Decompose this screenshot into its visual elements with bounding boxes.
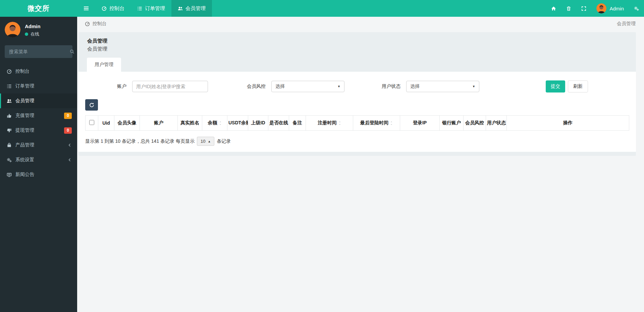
column-header-用户状态: 用户状态 bbox=[486, 116, 507, 131]
trash-icon bbox=[566, 6, 571, 11]
summary-prefix: 显示第 1 到第 10 条记录，总共 141 条记录 每页显示 bbox=[85, 138, 195, 144]
top-nav-item-订单管理[interactable]: 订单管理 bbox=[131, 0, 171, 17]
top-nav-item-控制台[interactable]: 控制台 bbox=[95, 0, 131, 17]
chevron-left-icon bbox=[68, 143, 72, 147]
column-header-label: 最后登陆时间 bbox=[360, 120, 388, 126]
online-status-label: 在线 bbox=[31, 31, 39, 37]
search-icon[interactable] bbox=[70, 49, 74, 54]
top-nav-item-label: 控制台 bbox=[109, 5, 124, 12]
sidebar-item-会员管理[interactable]: 会员管理 bbox=[0, 93, 77, 108]
column-header-银行账户: 银行账户 bbox=[440, 116, 464, 131]
users-icon bbox=[7, 99, 12, 104]
top-nav-item-会员管理[interactable]: 会员管理 bbox=[171, 0, 212, 17]
account-label: 账户 bbox=[117, 83, 126, 89]
sidebar: Admin 在线 控制台订单管理会员管理充值管理0提现管理0产品管理系统设置新闻… bbox=[0, 17, 77, 312]
table-toolbar bbox=[85, 99, 629, 111]
app-root: 微交所 控制台订单管理会员管理 Admin Admin 在线 控制台订单管理会员… bbox=[0, 0, 644, 312]
chevron-left-icon bbox=[68, 158, 72, 162]
sidebar-item-充值管理[interactable]: 充值管理0 bbox=[0, 108, 77, 123]
risk-select[interactable]: 选择 ▼ bbox=[271, 81, 344, 92]
sidebar-item-订单管理[interactable]: 订单管理 bbox=[0, 79, 77, 93]
column-header-账户: 账户 bbox=[140, 116, 178, 131]
gauge-icon bbox=[7, 69, 12, 74]
panel-head: 会员管理 会员管理 bbox=[78, 38, 636, 58]
column-header-会员头像: 会员头像 bbox=[114, 116, 140, 131]
submit-button[interactable]: 提交 bbox=[546, 80, 565, 92]
top-navbar: 微交所 控制台订单管理会员管理 Admin bbox=[0, 0, 644, 17]
column-header-余额[interactable]: 余额 bbox=[202, 116, 227, 131]
gears-icon bbox=[634, 6, 639, 11]
sidebar-search bbox=[5, 45, 72, 58]
filter-risk-group: 会员风控 选择 ▼ bbox=[247, 81, 344, 92]
top-nav-items: 控制台订单管理会员管理 bbox=[95, 0, 212, 17]
column-header-注册时间[interactable]: 注册时间 bbox=[306, 116, 353, 131]
sidebar-item-label: 订单管理 bbox=[15, 83, 34, 89]
navbar-settings-button[interactable] bbox=[629, 0, 644, 17]
sidebar-item-badge: 0 bbox=[64, 113, 72, 119]
list-icon bbox=[137, 6, 142, 11]
chevron-down-icon: ▼ bbox=[337, 85, 340, 88]
column-header-label: 余额 bbox=[208, 120, 217, 126]
select-all-checkbox[interactable] bbox=[89, 120, 94, 125]
sidebar-item-系统设置[interactable]: 系统设置 bbox=[0, 152, 77, 167]
sortable-header[interactable]: 余额 bbox=[208, 120, 222, 126]
summary-suffix: 条记录 bbox=[217, 138, 231, 144]
sidebar-item-控制台[interactable]: 控制台 bbox=[0, 64, 77, 79]
sidebar-item-产品管理[interactable]: 产品管理 bbox=[0, 138, 77, 152]
sidebar-item-新闻公告[interactable]: 新闻公告 bbox=[0, 167, 77, 182]
column-header-USDT余额: USDT余额 bbox=[227, 116, 248, 131]
column-header-最后登陆时间[interactable]: 最后登陆时间 bbox=[353, 116, 400, 131]
status-select-value: 选择 bbox=[410, 83, 420, 89]
top-nav-item-label: 会员管理 bbox=[185, 5, 206, 12]
filter-buttons: 提交 刷新 bbox=[546, 80, 588, 92]
user-status: 在线 bbox=[25, 31, 41, 37]
column-header-操作: 操作 bbox=[507, 116, 629, 131]
sidebar-item-提现管理[interactable]: 提现管理0 bbox=[0, 123, 77, 138]
chevron-down-icon: ▼ bbox=[472, 85, 475, 88]
chevron-up-icon: ▲ bbox=[208, 140, 211, 143]
sidebar-toggle-button[interactable] bbox=[77, 0, 95, 17]
status-select[interactable]: 选择 ▼ bbox=[406, 81, 479, 92]
navbar-user-label: Admin bbox=[609, 6, 624, 11]
column-header-Uid: Uid bbox=[98, 116, 114, 131]
search-input[interactable] bbox=[9, 49, 70, 54]
navbar-user-menu[interactable]: Admin bbox=[591, 0, 629, 17]
sort-icon bbox=[390, 121, 393, 126]
refresh-button[interactable]: 刷新 bbox=[568, 80, 588, 92]
member-management-panel: 会员管理 会员管理 用户管理 账户 会员风控 选择 ▼ bbox=[78, 32, 636, 156]
thumbup-icon bbox=[7, 113, 12, 118]
expand-icon bbox=[581, 6, 586, 11]
page-title: 会员管理 bbox=[87, 38, 627, 44]
online-status-dot bbox=[25, 33, 28, 36]
column-header-真实姓名: 真实姓名 bbox=[178, 116, 202, 131]
sortable-header[interactable]: 最后登陆时间 bbox=[360, 120, 393, 126]
hamburger-icon bbox=[84, 6, 89, 11]
reload-table-button[interactable] bbox=[85, 99, 98, 111]
home-button[interactable] bbox=[546, 0, 561, 17]
brand-logo[interactable]: 微交所 bbox=[0, 0, 77, 17]
bag-icon bbox=[7, 143, 12, 148]
risk-label: 会员风控 bbox=[247, 83, 266, 89]
page-size-select[interactable]: 10 ▲ bbox=[197, 137, 214, 146]
tab-user-management[interactable]: 用户管理 bbox=[87, 58, 121, 72]
content-area: 控制台 会员管理 会员管理 会员管理 用户管理 账户 会员风控 bbox=[77, 17, 644, 312]
tab-bar: 用户管理 bbox=[78, 58, 636, 72]
breadcrumb-home[interactable]: 控制台 bbox=[85, 21, 107, 27]
breadcrumb: 控制台 会员管理 bbox=[77, 17, 644, 31]
filter-form: 账户 会员风控 选择 ▼ 用户状态 选择 ▼ bbox=[85, 80, 629, 92]
avatar bbox=[596, 3, 606, 13]
sidebar-item-label: 控制台 bbox=[15, 68, 30, 74]
home-icon bbox=[551, 6, 556, 11]
account-search-input[interactable] bbox=[132, 81, 208, 92]
sidebar-item-label: 提现管理 bbox=[15, 127, 34, 133]
column-header-会员风控: 会员风控 bbox=[464, 116, 486, 131]
sidebar-menu: 控制台订单管理会员管理充值管理0提现管理0产品管理系统设置新闻公告 bbox=[0, 64, 77, 182]
sidebar-user-panel: Admin 在线 bbox=[0, 17, 77, 42]
fullscreen-button[interactable] bbox=[576, 0, 591, 17]
top-nav-item-label: 订单管理 bbox=[145, 5, 165, 12]
sidebar-item-label: 产品管理 bbox=[15, 142, 34, 148]
filter-account-group: 账户 bbox=[117, 81, 208, 92]
sortable-header[interactable]: 注册时间 bbox=[318, 120, 341, 126]
sidebar-item-badge: 0 bbox=[64, 127, 72, 134]
trash-button[interactable] bbox=[561, 0, 576, 17]
